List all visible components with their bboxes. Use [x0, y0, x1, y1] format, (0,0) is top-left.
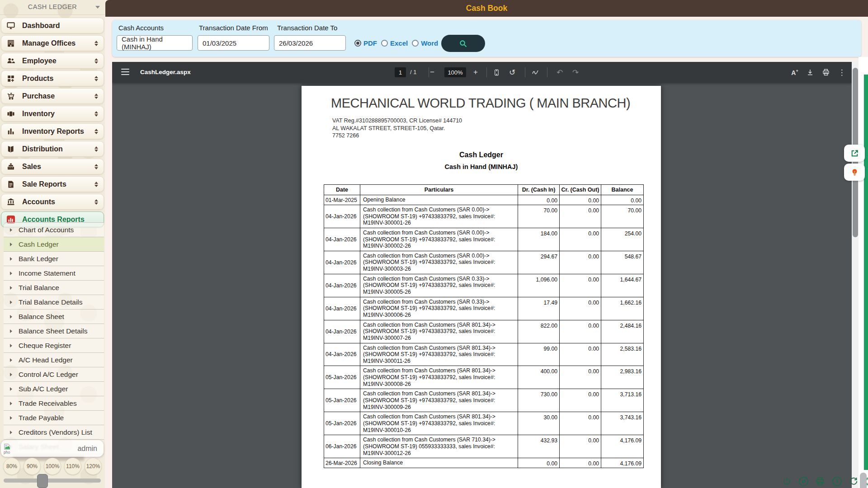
address-line: AL WAKALAT STREET, STREET-105, Qatar. — [332, 125, 445, 131]
sidebar-item-label: Purchase — [22, 92, 55, 100]
slider-thumb[interactable] — [37, 474, 48, 488]
ledger-row: 04-Jan-2026Cash collection from Cash Cus… — [324, 251, 644, 274]
submenu-item-sub-a-c-ledger[interactable]: Sub A/C Ledger — [4, 382, 104, 396]
submenu-item-trial-balance[interactable]: Trial Balance — [4, 281, 104, 295]
sidebar-item-label: Sale Reports — [22, 180, 66, 188]
zoom-100-button[interactable]: 100% — [44, 458, 61, 475]
phone-line: 7752 7266 — [332, 132, 359, 139]
submenu-item-income-statement[interactable]: Income Statement — [4, 266, 104, 281]
submenu-item-creditors-vendors-list[interactable]: Creditors (Vendors) List — [4, 425, 104, 440]
print-button[interactable] — [820, 66, 832, 79]
cart-icon — [7, 92, 16, 101]
app-footer-actions: ⇄ ? — [781, 475, 868, 487]
format-option-excel[interactable]: Excel — [381, 39, 408, 47]
zoom-in-button[interactable]: + — [469, 66, 482, 79]
help-button[interactable]: ? — [831, 475, 843, 487]
cash-accounts-label: Cash Accounts — [118, 24, 164, 32]
sidebar-item-label: Distribution — [22, 145, 63, 153]
page-number-input[interactable]: 1 — [395, 67, 406, 77]
hint-button[interactable] — [844, 164, 865, 181]
date-to-input[interactable]: 26/03/2026 — [274, 35, 346, 51]
caret-right-icon — [10, 286, 12, 290]
format-label: Word — [421, 39, 438, 47]
submenu-item-trial-balance-details[interactable]: Trial Balance Details — [4, 295, 104, 310]
submenu-item-label: Cheque Register — [19, 342, 71, 350]
zoom-out-button[interactable]: − — [426, 66, 439, 79]
submenu-item-cash-ledger[interactable]: Cash Ledger — [4, 237, 104, 252]
undo-button[interactable]: ↶ — [553, 66, 566, 79]
caret-right-icon — [10, 344, 12, 347]
sidebar-item-label: Employee — [22, 57, 57, 65]
sidebar-item-manage-offices[interactable]: Manage Offices — [1, 35, 104, 51]
zoom-120-button[interactable]: 120% — [85, 458, 102, 475]
radio-icon[interactable] — [412, 40, 419, 47]
rotate-button[interactable]: ↺ — [506, 66, 519, 79]
submenu-item-balance-sheet-details[interactable]: Balance Sheet Details — [4, 324, 104, 338]
caret-right-icon — [10, 373, 12, 376]
user-row[interactable]: pho admin — [1, 440, 104, 457]
zoom-110-button[interactable]: 110% — [64, 458, 81, 475]
submenu-item-control-a-c-ledger[interactable]: Control A/C Ledger — [4, 367, 104, 382]
submenu-item-label: Sub A/C Ledger — [19, 385, 68, 393]
ledger-row: 05-Jan-2026Cash collection from Cash Cus… — [324, 389, 644, 412]
quick-print-button[interactable] — [814, 475, 826, 487]
submenu-item-trade-payable[interactable]: Trade Payable — [4, 411, 104, 425]
redo-button[interactable]: ↷ — [569, 66, 582, 79]
submenu-item-cheque-register[interactable]: Cheque Register — [4, 338, 104, 353]
format-option-word[interactable]: Word — [412, 39, 438, 47]
zoom-90-button[interactable]: 90% — [24, 458, 41, 475]
company-name: MECHANICAL WORLD TRADING ( MAIN BRANCH) — [331, 96, 630, 111]
submenu-item-balance-sheet[interactable]: Balance Sheet — [4, 310, 104, 324]
submenu-item-chart-of-accounts[interactable]: Chart of Accounts — [4, 222, 104, 237]
sidebar-item-accounts[interactable]: Accounts — [1, 194, 104, 210]
sidebar-item-purchase[interactable]: Purchase — [1, 88, 104, 104]
page-title: Cash Book — [466, 4, 507, 13]
open-in-new-window-button[interactable] — [844, 145, 865, 162]
ui-zoom-slider[interactable] — [4, 479, 101, 483]
expand-arrows-icon — [94, 41, 98, 46]
submenu-item-a-c-head-ledger[interactable]: A/C Head Ledger — [4, 353, 104, 367]
sidebar-item-label: Manage Offices — [22, 39, 75, 47]
refresh-button[interactable] — [848, 475, 859, 487]
fit-page-button[interactable] — [490, 66, 503, 79]
page-titlebar: Cash Book — [105, 0, 868, 17]
sidebar-item-inventory[interactable]: Inventory — [1, 106, 104, 122]
submenu-item-trade-receivables[interactable]: Trade Receivables — [4, 396, 104, 411]
ledger-row: 05-Jan-2026Cash collection from Cash Cus… — [324, 412, 644, 435]
exchange-icon: ⇄ — [799, 477, 808, 486]
expand-arrows-icon — [94, 199, 98, 205]
monitor-icon — [7, 21, 16, 30]
sidebar-item-sales[interactable]: Sales — [1, 159, 104, 174]
bank-icon — [7, 197, 16, 206]
radio-icon[interactable] — [381, 40, 388, 47]
more-options-button[interactable]: ⋮ — [835, 66, 848, 79]
sidebar-item-products[interactable]: Products — [1, 70, 104, 86]
sidebar-item-distribution[interactable]: Distribution — [1, 141, 104, 157]
transfer-button[interactable]: ⇄ — [797, 475, 809, 487]
cash-accounts-select[interactable]: Cash in Hand (MINHAJ) — [117, 35, 193, 51]
sidebar-item-dashboard[interactable]: Dashboard — [1, 18, 104, 33]
text-annotation-button[interactable]: A+ — [788, 66, 801, 79]
pdf-scrollbar[interactable] — [852, 62, 859, 488]
menu-icon[interactable] — [121, 69, 129, 77]
zoom-80-button[interactable]: 80% — [3, 458, 20, 475]
draw-annotation-button[interactable] — [529, 66, 542, 79]
caret-right-icon — [10, 228, 12, 232]
date-from-input[interactable]: 01/03/2025 — [198, 35, 269, 51]
sidebar-item-employee[interactable]: Employee — [1, 53, 104, 69]
format-label: PDF — [363, 39, 377, 47]
search-button[interactable] — [441, 35, 485, 52]
format-option-pdf[interactable]: PDF — [354, 39, 377, 47]
fullscreen-button[interactable] — [864, 475, 868, 487]
submenu-item-bank-ledger[interactable]: Bank Ledger — [4, 252, 104, 266]
format-label: Excel — [390, 39, 408, 47]
sidebar-item-sale-reports[interactable]: Sale Reports — [1, 176, 104, 192]
sidebar-title[interactable]: CASH LEDGER — [0, 0, 105, 15]
zoom-level-input[interactable]: 100% — [444, 67, 466, 77]
power-button[interactable] — [781, 475, 793, 487]
sidebar-item-inventory-reports[interactable]: Inventory Reports — [1, 123, 104, 139]
download-button[interactable] — [804, 66, 816, 79]
column-header-date: Date — [324, 185, 360, 195]
sidebar-item-label: Inventory — [22, 110, 55, 118]
radio-icon[interactable] — [354, 40, 361, 47]
